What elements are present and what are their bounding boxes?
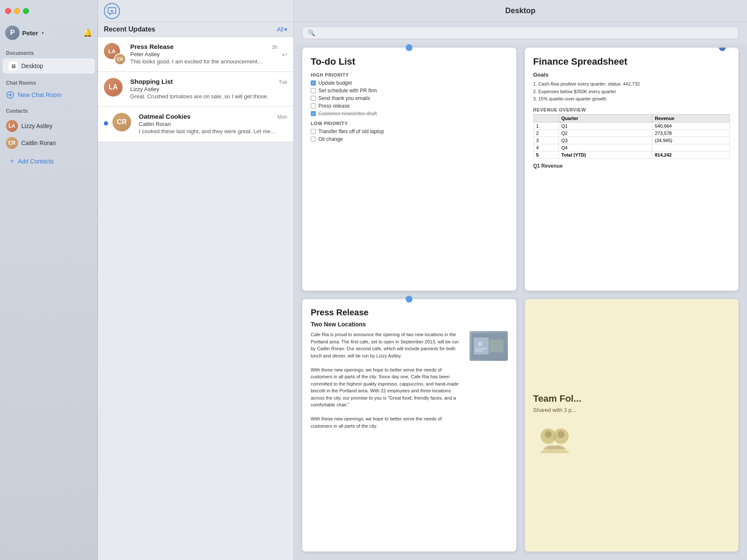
desktop-icon: 🖥 [9,61,18,71]
message-content: Press Release 3h Peter Astley This looks… [130,43,278,66]
sidebar-item-new-chat-room[interactable]: New Chat Room [0,88,97,102]
desktop-search-bar: 🔍 [294,22,747,43]
message-content: Oatmeal Cookies Mon Caitlin Roran I cook… [139,113,287,135]
search-icon: 🔍 [308,29,315,36]
filter-chevron-icon: ▾ [284,26,287,33]
svg-point-13 [545,431,552,438]
card-pin [719,48,726,51]
messages-header [98,0,293,22]
notifications-button[interactable]: 🔔 [83,28,92,37]
avatar: P [5,26,20,40]
message-item-press-release[interactable]: LA CR Press Release 3h Peter Astley This… [98,37,293,72]
table-header: Revenue [652,114,730,122]
message-avatar-group: LA [104,78,126,100]
contacts-list: LA Lizzy Astley CR Caitlin Roran [0,117,97,151]
table-header: Quarter [558,114,652,122]
press-release-content: Cafe Ria is proud to announce the openin… [311,331,508,429]
checkbox-icon[interactable]: ✓ [311,80,316,86]
press-release-subtitle: Two New Locations [311,321,508,328]
q1-revenue-label: Q1 Revenue [533,163,730,169]
checkbox-icon[interactable] [311,103,316,109]
user-name: Peter [22,29,38,37]
finance-title: Finance Spreadsheet [533,56,730,67]
svg-rect-2 [8,94,12,95]
new-chat-room-label: New Chat Room [18,91,62,98]
todo-list-card[interactable]: To-do List HIGH PRIORITY ✓ Update budget… [302,48,516,291]
team-folder-card[interactable]: Team Fol... Shared with 3 p... [525,299,739,551]
message-item-oatmeal-cookies[interactable]: CR Oatmeal Cookies Mon Caitlin Roran I c… [98,107,293,142]
chevron-down-icon: ▾ [42,31,44,35]
all-filter-button[interactable]: All ▾ [277,26,287,33]
svg-point-14 [558,431,564,438]
message-sender: Peter Astley [130,51,278,57]
high-priority-label: HIGH PRIORITY [311,72,508,77]
table-row: 2Q2273,578 [533,129,730,137]
todo-item[interactable]: Press release [311,103,508,109]
checkbox-icon[interactable]: ✓ [311,111,316,116]
team-folder-subtitle: Shared with 3 p... [533,407,576,413]
todo-item[interactable]: Set schedule with PR firm [311,88,508,94]
goal-item: 2. Expenses below $350K every quarter [533,88,730,96]
search-input-wrap[interactable]: 🔍 [302,26,738,39]
checkbox-icon[interactable] [311,129,316,134]
minimize-button[interactable] [14,8,20,14]
reply-arrow-icon: ↩ [282,51,287,59]
todo-text: Send thank you emails [318,95,370,101]
search-input[interactable] [318,29,733,36]
card-pin [406,44,412,51]
add-contacts-button[interactable]: ＋ Add Contacts [3,153,95,169]
finance-goals: 1. Cash-flow positive every quarter; sta… [533,80,730,103]
todo-text: Customer newsletter draft [318,111,377,117]
todo-text: Update budget [318,80,352,86]
checkbox-icon[interactable] [311,137,316,142]
press-release-card[interactable]: Press Release Two New Locations Cafe Ria… [302,299,516,551]
low-priority-label: LOW PRIORITY [311,121,508,126]
table-row-total: 5Total (YTD)814,242 [533,151,730,158]
table-header [533,114,558,122]
message-list: LA CR Press Release 3h Peter Astley This… [98,37,293,560]
message-time: Mon [278,114,287,120]
close-button[interactable] [5,8,11,14]
todo-item[interactable]: ✓ Customer newsletter draft [311,111,508,117]
desktop-header: Desktop [294,0,747,22]
press-release-title: Press Release [311,308,508,317]
message-avatar-group: CR [112,113,135,135]
add-contacts-label: Add Contacts [18,158,54,165]
chat-rooms-section-label: Chat Rooms [0,74,97,88]
message-preview: I cooked these last night, and they were… [139,128,287,135]
message-avatar-group: LA CR [104,43,126,65]
message-preview: Great. Crushed tomatoes are on sale, so … [130,93,287,100]
contact-item-caitlin[interactable]: CR Caitlin Roran [0,134,97,151]
checkbox-icon[interactable] [311,88,316,93]
goal-item: 1. Cash-flow positive every quarter; sta… [533,80,730,88]
table-row: 1Q1540,664 [533,122,730,129]
message-title: Shopping List [130,78,173,85]
message-item-shopping-list[interactable]: LA Shopping List Tue Lizzy Astley Great.… [98,72,293,107]
contacts-section-label: Contacts [0,102,97,116]
messages-panel: Recent Updates All ▾ LA CR Press Release… [98,0,294,560]
todo-item[interactable]: ✓ Update budget [311,80,508,86]
todo-item[interactable]: Oil change [311,136,508,142]
finance-spreadsheet-card[interactable]: Finance Spreadsheet Goals 1. Cash-flow p… [525,48,739,291]
maximize-button[interactable] [23,8,29,14]
todo-text: Transfer files off of old laptop [318,129,384,134]
revenue-overview-label: REVENUE OVERVIEW [533,107,730,112]
svg-point-8 [478,341,483,346]
all-filter-label: All [277,26,283,33]
message-avatar-main: CR [112,113,131,131]
user-profile[interactable]: P Peter ▾ 🔔 [0,26,97,40]
message-avatar-main: LA [104,78,123,97]
todo-item[interactable]: Transfer files off of old laptop [311,129,508,134]
contact-avatar-caitlin: CR [6,137,18,149]
todo-item[interactable]: Send thank you emails [311,95,508,101]
message-avatar-secondary: CR [114,53,126,65]
checkbox-icon[interactable] [311,96,316,101]
new-chat-button[interactable] [104,3,120,19]
sidebar-item-desktop[interactable]: 🖥 Desktop [3,58,95,74]
svg-rect-9 [475,348,487,349]
svg-rect-10 [475,350,484,351]
contact-item-lizzy[interactable]: LA Lizzy Astley [0,117,97,134]
card-pin [406,296,412,303]
unread-indicator [104,121,108,126]
message-sender: Caitlin Roran [139,121,287,127]
